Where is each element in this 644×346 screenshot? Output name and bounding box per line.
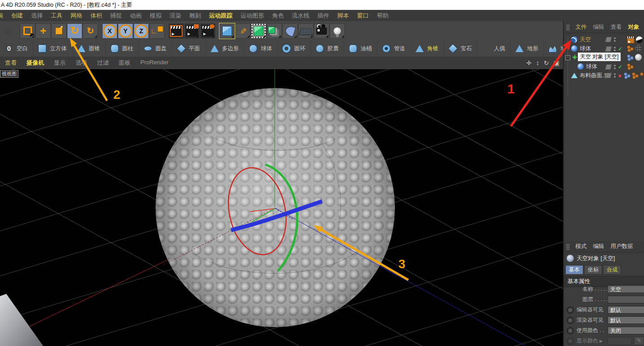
keyframe-toggle-icon[interactable] (567, 306, 574, 314)
use-color-dropdown[interactable]: 关闭 (608, 327, 644, 334)
primitive-button[interactable]: 立方体 (33, 40, 72, 57)
primitive-button[interactable]: 球体 (244, 40, 277, 57)
last-tool-button[interactable]: ↻ (83, 23, 98, 39)
primitive-button[interactable]: 油桶 (344, 40, 377, 57)
primitive-button[interactable]: 地形 (510, 40, 544, 57)
primitive-cube-button[interactable] (219, 23, 235, 39)
bend-deformer-button[interactable] (282, 23, 298, 39)
panel-handle-icon[interactable]: ⣿ (564, 243, 572, 250)
primitive-button[interactable]: 角锥 (411, 40, 444, 57)
menu-item[interactable]: 工具 (47, 12, 67, 20)
subdivision-surface-button[interactable] (251, 23, 266, 39)
rotate-tool-button[interactable]: ↻ (67, 23, 82, 39)
sky-material-tag-icon[interactable] (636, 36, 643, 43)
primitive-button[interactable]: 圆盘 (139, 40, 172, 57)
displace-tag-icon[interactable] (635, 45, 642, 52)
viewport-menu-item[interactable]: 查看 (0, 59, 22, 67)
menu-item[interactable]: 流水线 (288, 12, 313, 20)
camera-object-button[interactable] (314, 23, 329, 39)
sphere-child-visibility[interactable]: ✓ (606, 64, 622, 70)
am-menu-userdata[interactable]: 用户数据 (608, 243, 636, 250)
viewport-menu-item[interactable]: 面板 (114, 59, 135, 67)
menu-item[interactable]: 雕刻 (185, 12, 205, 20)
scale-tool-button[interactable] (51, 23, 67, 39)
keyframe-toggle-icon[interactable] (567, 317, 574, 324)
am-menu-edit[interactable]: 编辑 (590, 243, 608, 250)
select-tool-button[interactable] (20, 23, 35, 39)
viewport-menu-item[interactable]: 选项 (71, 59, 92, 67)
tab-compositing[interactable]: 合成 (603, 265, 621, 275)
rotate-view-icon[interactable]: ↻ (544, 59, 549, 67)
viewport-view-label[interactable]: 视视图 (0, 70, 18, 78)
cache-tag-icon[interactable] (627, 54, 634, 61)
menu-item[interactable]: 运动跟踪 (205, 12, 237, 20)
menu-item[interactable]: 脚本 (333, 12, 353, 20)
cloth-tags[interactable] (622, 72, 644, 79)
menu-item[interactable]: 选择 (27, 12, 47, 20)
pan-view-icon[interactable]: ✛ (526, 59, 532, 67)
material-tag-icon[interactable] (627, 45, 634, 52)
viewport-menu-item[interactable]: 过滤 (92, 59, 114, 67)
primitive-button[interactable]: 圆锥 (72, 40, 106, 57)
viewport-menu-item[interactable]: 显示 (49, 59, 71, 67)
maximize-view-icon[interactable]: ▣ (554, 59, 559, 67)
menu-item[interactable]: 动画 (126, 12, 146, 20)
primitive-button[interactable]: 平面 (172, 40, 206, 57)
viewport-menu-item[interactable]: ProRender (135, 59, 174, 67)
viewport-3d[interactable]: 视视图 (0, 69, 563, 346)
viewport-menu-item[interactable]: 摄像机 (22, 59, 49, 67)
compositing-tag-icon[interactable] (627, 36, 635, 44)
rotation-gizmo[interactable] (0, 69, 563, 346)
zoom-view-icon[interactable]: ↕ (536, 59, 539, 67)
menu-item-partial[interactable]: 辑 (0, 12, 7, 20)
material-white-tag-icon[interactable] (635, 54, 642, 61)
primitive-button[interactable]: 胶囊 (311, 40, 344, 57)
menu-item[interactable]: 帮助 (373, 12, 393, 20)
material-tag-icon[interactable] (632, 72, 639, 79)
material-tag-cut-icon[interactable] (640, 72, 644, 79)
primitive-button[interactable]: 圆柱 (106, 40, 139, 57)
menu-item[interactable]: 插件 (313, 12, 333, 20)
sphere-child-tags[interactable] (626, 63, 634, 70)
am-menu-mode[interactable]: 模式 (572, 243, 590, 250)
lock-y-axis-button[interactable]: Y (118, 23, 133, 39)
primitive-button[interactable]: 宝石 (444, 40, 477, 57)
render-picture-viewer-button[interactable] (184, 23, 200, 39)
cloner-tags[interactable] (626, 54, 642, 61)
coordinate-system-button[interactable]: ∟ (149, 23, 165, 39)
tab-coordinates[interactable]: 坐标 (584, 265, 602, 275)
spline-pen-button[interactable]: ✎ (235, 23, 250, 39)
light-object-button[interactable] (330, 23, 345, 39)
sky-tags[interactable] (626, 36, 643, 44)
collapse-icon[interactable]: - (565, 55, 570, 60)
tab-basic[interactable]: 基本 (565, 265, 583, 275)
primitive-button[interactable]: 人偶 (477, 40, 510, 57)
menu-item[interactable]: 角色 (268, 12, 288, 20)
render-settings-button[interactable] (200, 23, 215, 39)
menu-item[interactable]: 窗口 (353, 12, 373, 20)
menu-item[interactable]: 渲染 (165, 12, 185, 20)
primitive-button[interactable]: 管道 (377, 40, 411, 57)
sky-visibility[interactable] (606, 37, 616, 42)
sphere-visibility[interactable]: ✓ (606, 46, 622, 52)
color-picker-pen-icon[interactable]: ✎ (634, 337, 644, 345)
display-color-swatch[interactable] (608, 337, 632, 345)
renderer-visibility-dropdown[interactable]: 默认 (608, 316, 644, 324)
floor-object-button[interactable] (298, 23, 313, 39)
primitive-button[interactable]: 圆环 (277, 40, 311, 57)
menu-item[interactable]: 体积 (86, 12, 106, 20)
panel-handle-icon[interactable]: ⣿ (564, 24, 572, 31)
sphere-tags[interactable] (626, 45, 642, 52)
primitive-button[interactable]: 0 空白 (0, 40, 33, 57)
menu-item[interactable]: 捕捉 (106, 12, 126, 20)
cloth-tag-icon[interactable] (624, 72, 631, 79)
om-menu-item[interactable]: 文件 (572, 23, 590, 31)
layer-input[interactable] (608, 296, 644, 303)
array-generator-button[interactable] (267, 23, 282, 39)
menu-item[interactable]: 网格 (67, 12, 86, 20)
keyframe-toggle-icon[interactable] (567, 327, 574, 334)
om-menu-item[interactable]: 标 (643, 23, 644, 31)
menu-item[interactable]: 创建 (7, 12, 27, 20)
lock-x-axis-button[interactable]: X (102, 23, 117, 39)
render-view-button[interactable] (169, 23, 184, 39)
